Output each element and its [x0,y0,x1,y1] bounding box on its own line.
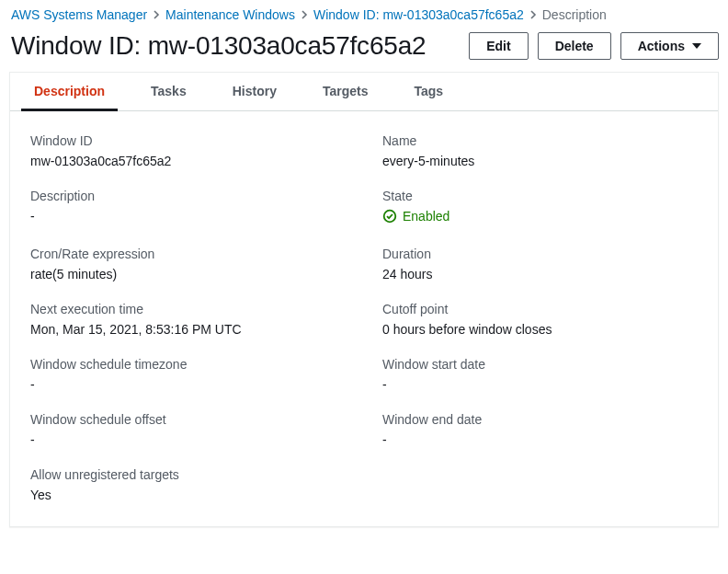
field-label: Duration [382,247,698,261]
field-label: Window schedule timezone [30,357,346,372]
field-name: Name every-5-minutes [382,133,698,168]
field-start-date: Window start date - [382,357,698,392]
page-title: Window ID: mw-01303a0ca57fc65a2 [11,31,426,61]
field-value: Mon, Mar 15, 2021, 8:53:16 PM UTC [30,322,346,337]
field-label: Cron/Rate expression [30,247,346,261]
header-actions: Edit Delete Actions [469,32,719,60]
chevron-right-icon [153,10,160,19]
field-end-date: Window end date - [382,412,698,447]
actions-label: Actions [638,39,685,53]
detail-panel: Description Tasks History Targets Tags W… [9,72,719,527]
field-timezone: Window schedule timezone - [30,357,346,392]
edit-button[interactable]: Edit [469,32,528,60]
field-state: State Enabled [382,189,698,226]
field-label: Window end date [382,412,698,427]
field-value: Yes [30,488,346,502]
breadcrumb-current: Description [542,7,607,22]
status-badge: Enabled [382,209,449,224]
field-label: Allow unregistered targets [30,467,346,482]
field-cron: Cron/Rate expression rate(5 minutes) [30,247,346,281]
field-value: rate(5 minutes) [30,267,346,281]
tab-tasks[interactable]: Tasks [138,73,199,111]
field-allow-unregistered: Allow unregistered targets Yes [30,467,346,502]
field-offset: Window schedule offset - [30,412,346,447]
breadcrumb-link-window-id[interactable]: Window ID: mw-01303a0ca57fc65a2 [313,7,524,22]
field-value: - [30,432,346,447]
field-label: Window ID [30,133,346,148]
tab-tags[interactable]: Tags [401,73,456,111]
field-label: Description [30,189,346,203]
field-value: 0 hours before window closes [382,322,698,337]
breadcrumb-link-systems-manager[interactable]: AWS Systems Manager [11,7,147,22]
tab-targets[interactable]: Targets [310,73,381,111]
tab-bar: Description Tasks History Targets Tags [10,73,718,111]
field-value: mw-01303a0ca57fc65a2 [30,154,346,168]
field-window-id: Window ID mw-01303a0ca57fc65a2 [30,133,346,168]
page-header: Window ID: mw-01303a0ca57fc65a2 Edit Del… [9,31,719,72]
field-label: Next execution time [30,302,346,316]
actions-button[interactable]: Actions [620,32,719,60]
field-next-execution: Next execution time Mon, Mar 15, 2021, 8… [30,302,346,337]
delete-button[interactable]: Delete [538,32,611,60]
detail-grid: Window ID mw-01303a0ca57fc65a2 Name ever… [10,111,718,526]
field-value: 24 hours [382,267,698,281]
state-text: Enabled [403,209,449,224]
field-description: Description - [30,189,346,226]
tab-history[interactable]: History [220,73,290,111]
field-duration: Duration 24 hours [382,247,698,281]
chevron-right-icon [301,10,308,19]
tab-description[interactable]: Description [21,73,118,111]
field-label: Cutoff point [382,302,698,316]
field-label: State [382,189,698,203]
field-cutoff: Cutoff point 0 hours before window close… [382,302,698,337]
caret-down-icon [692,43,701,49]
field-label: Name [382,133,698,148]
field-value: - [30,377,346,392]
field-label: Window start date [382,357,698,372]
field-value: - [382,377,698,392]
field-empty [382,467,698,502]
breadcrumb-link-maintenance-windows[interactable]: Maintenance Windows [165,7,295,22]
chevron-right-icon [529,10,537,19]
check-circle-icon [382,209,397,224]
breadcrumb: AWS Systems Manager Maintenance Windows … [9,6,719,31]
field-value: - [382,432,698,447]
field-value: - [30,209,346,224]
field-label: Window schedule offset [30,412,346,427]
field-value: every-5-minutes [382,154,698,168]
